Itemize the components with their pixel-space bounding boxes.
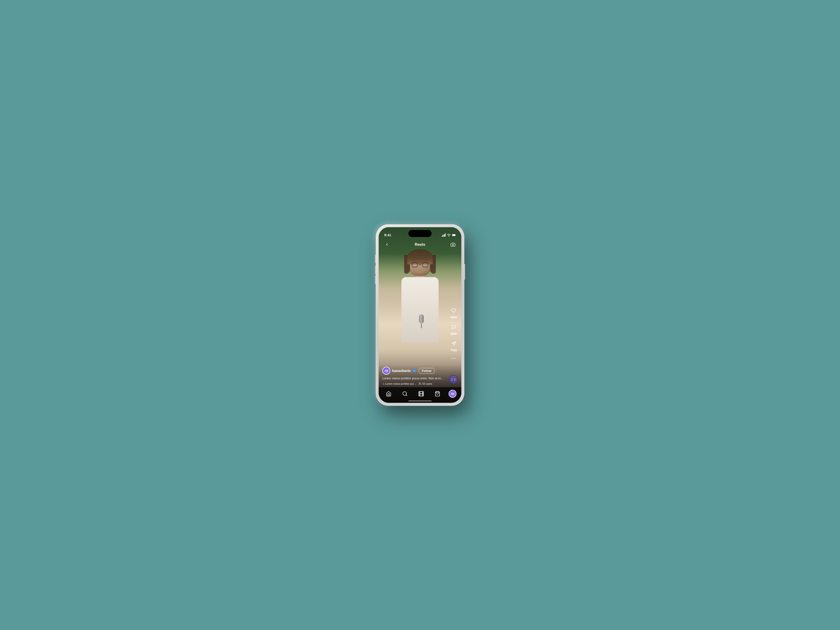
music-info[interactable]: ♫ Lorem metus porttitor pur... <box>382 382 416 385</box>
dynamic-island <box>408 230 432 237</box>
user-row: XB kawanbantu ✓ Follow <box>382 367 458 375</box>
caption: Lorem metus porttitor purus enim. Non et… <box>382 377 458 381</box>
status-time: 9:41 <box>384 233 391 237</box>
comment-button[interactable]: 6000 <box>449 323 458 335</box>
tab-search[interactable] <box>400 388 410 399</box>
comment-count: 6000 <box>451 332 457 335</box>
tab-profile[interactable]: XB <box>448 390 456 398</box>
tab-shop[interactable] <box>432 388 442 399</box>
nav-title: Reels <box>415 242 425 247</box>
music-note-icon: ♫ <box>382 382 384 385</box>
users-count: 55 users <box>422 382 432 385</box>
phone-frame: 9:41 <box>376 224 464 406</box>
camera-button[interactable] <box>449 241 457 248</box>
users-info: 55 users <box>418 382 432 385</box>
share-button[interactable]: 7000 <box>449 339 458 352</box>
wifi-icon <box>447 233 451 237</box>
music-row: ♫ Lorem metus porttitor pur... 55 users <box>382 382 458 385</box>
back-button[interactable] <box>383 241 391 248</box>
svg-point-6 <box>419 383 420 384</box>
music-title: Lorem metus porttitor pur... <box>385 382 416 385</box>
share-count: 7000 <box>451 349 457 352</box>
avatar[interactable]: XB <box>382 367 390 375</box>
battery-icon <box>452 233 456 237</box>
home-indicator <box>408 401 432 401</box>
svg-point-0 <box>448 236 449 237</box>
username[interactable]: kawanbantu <box>392 369 411 373</box>
like-count: 5000 <box>451 316 457 319</box>
phone-screen: 9:41 <box>379 227 461 403</box>
signal-icon <box>442 234 446 237</box>
profile-initials: XB <box>451 392 454 395</box>
svg-point-3 <box>452 244 454 246</box>
verified-badge: ✓ <box>413 369 416 373</box>
tab-home[interactable] <box>384 388 394 399</box>
users-icon <box>418 382 422 385</box>
follow-button[interactable]: Follow <box>419 368 434 374</box>
like-button[interactable]: 5000 <box>449 306 458 319</box>
nav-bar: Reels <box>379 239 461 250</box>
action-buttons: 5000 6000 7000 ··· <box>449 306 458 361</box>
status-icons <box>442 233 456 237</box>
tab-reels[interactable] <box>416 388 426 399</box>
svg-rect-1 <box>452 234 455 236</box>
more-button[interactable]: ··· <box>451 356 456 361</box>
svg-line-8 <box>406 395 407 396</box>
bottom-overlay: XB kawanbantu ✓ Follow Lorem metus portt… <box>379 364 461 387</box>
avatar-initials: XB <box>384 369 388 372</box>
